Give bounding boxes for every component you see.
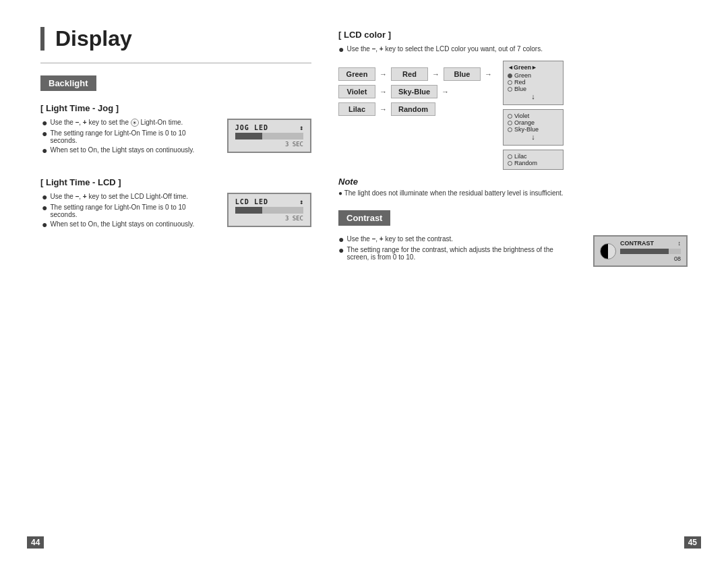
radio-filled — [508, 73, 512, 78]
contrast-display: CONTRAST ↕ 08 — [593, 235, 688, 267]
bullet-dot: ● — [338, 235, 344, 244]
bullet-dot: ● — [338, 44, 344, 54]
bullet-dot: ● — [42, 146, 47, 155]
arrow: → — [380, 88, 387, 96]
note-title: Note — [338, 177, 688, 187]
lcd-time: 3 SEC — [235, 141, 303, 148]
bullet-text: Use the –, + key to set the ☀ Light-On t… — [50, 119, 183, 127]
panel-item: Lilac — [508, 153, 559, 160]
contrast-row: ● Use the –, + key to set the contrast. … — [338, 235, 688, 267]
color-grid: Green → Red → Blue → Violet → Sky-Blue → — [338, 67, 492, 163]
item-label: Lilac — [514, 153, 527, 160]
color-row-1: Green → Red → Blue → — [338, 67, 492, 81]
lcd-label: JOG LED — [235, 124, 268, 131]
lcd-color-bullet: ● Use the –, + key to select the LCD col… — [338, 45, 688, 54]
note-text: ● The light does not illuminate when the… — [338, 189, 688, 197]
panel-title-text: ◄Green► — [508, 64, 537, 71]
lcd-bar-fill — [235, 207, 262, 214]
left-column: Display Backlight [ Light Time - Jog ] ●… — [40, 27, 332, 535]
color-panel-2: Violet Orange Sky-Blue ↓ — [503, 109, 564, 146]
time-label: 3 SEC — [285, 215, 303, 222]
radio-empty — [508, 87, 512, 92]
contrast-section: Contrast ● Use the –, + key to set the c… — [338, 210, 688, 267]
color-green: Green — [338, 67, 375, 81]
note-section: Note ● The light does not illuminate whe… — [338, 177, 688, 197]
page-container: Display Backlight [ Light Time - Jog ] ●… — [0, 0, 728, 562]
item-label: Random — [514, 160, 537, 166]
radio-empty — [508, 114, 512, 119]
contrast-bar — [620, 249, 681, 254]
bullet-item: ● Use the –, + key to set the LCD Light-… — [42, 193, 207, 201]
panel-item: Sky-Blue — [508, 126, 559, 133]
item-label: Orange — [514, 119, 535, 126]
bullet-text: Use the –, + key to select the LCD color… — [346, 45, 542, 53]
lcd-bar — [235, 207, 303, 214]
light-jog-title: [ Light Time - Jog ] — [40, 103, 311, 113]
lcd-arrow: ↕ — [299, 198, 303, 206]
bullet-item: ● When set to On, the Light stays on con… — [42, 220, 207, 229]
radio-empty — [508, 161, 512, 166]
arrow: → — [380, 105, 387, 113]
bullet-dot: ● — [42, 203, 47, 212]
light-jog-section: [ Light Time - Jog ] ● Use the –, + key … — [40, 103, 311, 164]
bullet-dot: ● — [42, 220, 47, 229]
panel-item: Orange — [508, 119, 559, 126]
page-number-left: 44 — [27, 536, 44, 549]
right-column: [ LCD color ] ● Use the –, + key to sele… — [332, 27, 688, 535]
item-label: Violet — [514, 113, 529, 119]
color-panel-1: ◄Green► Green Red Blue — [503, 61, 564, 105]
color-row-2: Violet → Sky-Blue → — [338, 85, 492, 98]
lcd-arrow: ↕ — [299, 124, 303, 131]
lcd-color-title: [ LCD color ] — [338, 30, 688, 40]
radio-empty — [508, 121, 512, 125]
light-jog-content: ● Use the –, + key to set the ☀ Light-On… — [40, 119, 311, 164]
lcd-bar-fill — [235, 133, 262, 139]
bullet-item: ● When set to On, the Light stays on con… — [42, 146, 207, 155]
lcd-label: LCD LED — [235, 198, 268, 206]
color-violet: Violet — [338, 85, 375, 98]
contrast-arrow: ↕ — [678, 240, 681, 247]
contrast-bar-fill — [620, 249, 669, 254]
bullet-text: Use the –, + key to set the contrast. — [346, 235, 453, 243]
bullet-dot: ● — [42, 192, 47, 201]
panel-arrow: ↓ — [508, 133, 559, 141]
color-blue: Blue — [444, 67, 481, 81]
bullet-text: When set to On, the Light stays on conti… — [50, 146, 194, 154]
bullet-dot: ● — [42, 129, 47, 138]
bullet-text: The setting range for Light-On Time is 0… — [50, 204, 206, 218]
panel-title: ◄Green► — [508, 64, 559, 71]
item-label: Green — [514, 72, 531, 79]
lcd-lcd-display: LCD LED ↕ 3 SEC — [227, 193, 311, 227]
backlight-header: Backlight — [40, 75, 96, 91]
lcd-time: 3 SEC — [235, 215, 303, 222]
bullet-text: The setting range for the contrast, whic… — [346, 246, 573, 261]
arrow: → — [442, 88, 449, 96]
bullet-item: ● The setting range for Light-On Time is… — [42, 129, 207, 144]
contrast-icon — [600, 243, 616, 259]
color-panels: ◄Green► Green Red Blue — [503, 61, 564, 170]
note-content: ● The light does not illuminate when the… — [338, 189, 564, 197]
lcd-color-section: [ LCD color ] ● Use the –, + key to sele… — [338, 30, 688, 197]
color-skyblue: Sky-Blue — [391, 85, 437, 98]
color-row-3: Lilac → Random — [338, 102, 492, 116]
light-lcd-title: [ Light Time - LCD ] — [40, 177, 311, 187]
time-label: 3 SEC — [285, 141, 303, 148]
item-label: Red — [514, 79, 526, 86]
contrast-header: Contrast — [338, 210, 390, 226]
panel-item: Red — [508, 79, 559, 86]
panel-item: Green — [508, 72, 559, 79]
panel-arrow: ↓ — [508, 92, 559, 100]
radio-empty — [508, 154, 512, 159]
item-label: Blue — [514, 86, 526, 92]
bullet-item: ● Use the –, + key to set the ☀ Light-On… — [42, 119, 207, 127]
bullet-dot: ● — [42, 118, 47, 127]
arrow: → — [380, 70, 387, 78]
color-lilac: Lilac — [338, 102, 375, 116]
panel-item: Blue — [508, 86, 559, 92]
bullet-item: ● The setting range for the contrast, wh… — [338, 246, 573, 261]
bullet-item: ● Use the –, + key to set the contrast. — [338, 235, 573, 244]
color-section-body: Green → Red → Blue → Violet → Sky-Blue → — [338, 61, 688, 170]
bullet-item: ● The setting range for Light-On Time is… — [42, 204, 207, 218]
panel-item: Violet — [508, 113, 559, 119]
light-lcd-bullets: ● Use the –, + key to set the LCD Light-… — [40, 193, 207, 231]
